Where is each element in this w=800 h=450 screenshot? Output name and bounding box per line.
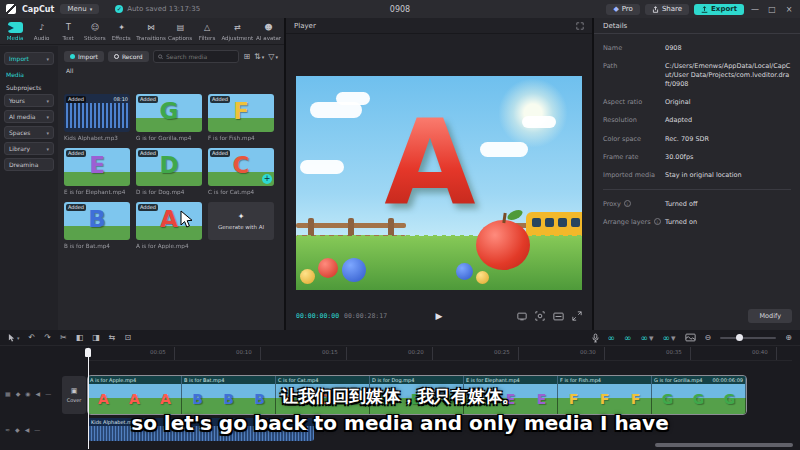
add-to-timeline-button[interactable]: + bbox=[262, 174, 272, 184]
sidebar-item-import[interactable]: Import▾ bbox=[4, 52, 54, 65]
sidebar-item-ai-media[interactable]: AI media▾ bbox=[4, 110, 54, 123]
video-preview[interactable]: A bbox=[296, 76, 582, 290]
detail-row-arrange-layers: Arrange layersiTurned on bbox=[603, 218, 791, 227]
lock-track-icon[interactable]: ◆ bbox=[16, 390, 21, 397]
waveform-track-icon[interactable]: ≈ bbox=[5, 426, 10, 433]
player-title: Player bbox=[294, 22, 316, 30]
all-filter-label[interactable]: All bbox=[66, 67, 284, 74]
sidebar-item-spaces[interactable]: Spaces▾ bbox=[4, 126, 54, 139]
ribbon-tabs: ▶Media ♪Audio TText ☺Stickers ✦Effects ⋈… bbox=[0, 18, 284, 45]
tab-text[interactable]: TText bbox=[55, 18, 82, 44]
slider-knob[interactable] bbox=[736, 334, 743, 341]
timeline-clip: F is for Fish.mp4FFF bbox=[558, 376, 652, 414]
select-tool-button[interactable]: ▾ bbox=[8, 330, 20, 346]
sidebar-item-subprojects[interactable]: Subprojects bbox=[6, 84, 52, 91]
media-item[interactable]: AddedE E is for Elephant.mp4 bbox=[64, 148, 130, 195]
cloud-graphic bbox=[522, 116, 556, 128]
share-button[interactable]: Share bbox=[645, 4, 689, 15]
tab-transitions[interactable]: ⋈Transitions bbox=[135, 18, 167, 44]
lock-track-icon[interactable]: ◆ bbox=[15, 426, 20, 433]
link-toggle[interactable]: ∞▾ bbox=[641, 333, 654, 343]
media-item-name: Kids Alphabet.mp3 bbox=[64, 134, 127, 141]
search-input[interactable] bbox=[153, 50, 240, 63]
media-item[interactable]: AddedG G is for Gorilla.mp4 bbox=[136, 94, 202, 141]
record-button[interactable]: Record bbox=[108, 51, 149, 62]
media-item[interactable]: AddedB B is for Bat.mp4 bbox=[64, 202, 130, 249]
sidebar-item-dreamina[interactable]: Dreamina bbox=[4, 158, 54, 171]
track-options-icon[interactable]: ▦ bbox=[5, 390, 11, 397]
sidebar-item-media[interactable]: Media bbox=[6, 71, 52, 78]
generate-with-ai-tile[interactable]: ✦Generate with AI bbox=[208, 202, 274, 249]
sidebar-item-library[interactable]: Library▾ bbox=[4, 142, 54, 155]
maximize-button[interactable]: □ bbox=[766, 5, 778, 14]
zoom-in-button[interactable]: ⊕ bbox=[785, 330, 792, 346]
detail-row-proxy: ProxyiTurned off bbox=[603, 200, 791, 209]
ball-graphic bbox=[342, 258, 366, 282]
detail-row-color-space: Color spaceRec. 709 SDR bbox=[603, 135, 791, 144]
sort-icon[interactable]: ⇅▾ bbox=[254, 52, 264, 61]
video-track[interactable]: A is for Apple.mp4AAA B is for Bat.mp4BB… bbox=[88, 376, 746, 414]
hide-track-icon[interactable]: ◉ bbox=[25, 390, 30, 397]
delete-left-button[interactable]: ◧ bbox=[76, 330, 84, 346]
import-button[interactable]: Import bbox=[64, 51, 104, 62]
player-expand-icon[interactable] bbox=[576, 22, 584, 30]
mute-track-icon[interactable]: ◀ bbox=[25, 426, 30, 433]
tab-media[interactable]: ▶Media bbox=[2, 18, 29, 44]
tab-adjustment[interactable]: ⇄Adjustment bbox=[220, 18, 254, 44]
media-item[interactable]: AddedF F is for Fish.mp4 bbox=[208, 94, 274, 141]
timeline-ruler[interactable]: 00:05 00:10 00:15 00:20 00:25 00:30 00:3… bbox=[88, 347, 792, 361]
media-item[interactable]: AddedC+ C is for Cat.mp4 bbox=[208, 148, 274, 195]
cover-button[interactable]: ▣ Cover bbox=[62, 376, 86, 414]
pro-button[interactable]: ◆ Pro bbox=[606, 4, 640, 15]
sidebar-item-yours[interactable]: Yours▾ bbox=[4, 94, 54, 107]
split-button[interactable]: ✂ bbox=[60, 330, 67, 346]
export-button[interactable]: Export bbox=[694, 4, 744, 15]
cover-template-icon[interactable] bbox=[685, 333, 696, 342]
audio-waveform bbox=[88, 426, 314, 441]
audio-track-clip[interactable]: Kids Alphabet.mp3 bbox=[88, 418, 314, 441]
titlebar: CapCut Menu▾ ✓ Auto saved 13:17:35 0908 … bbox=[0, 0, 800, 18]
filter-icon[interactable]: ▽▾ bbox=[268, 52, 278, 61]
timeline-zoom-slider[interactable] bbox=[720, 337, 776, 339]
delete-right-button[interactable]: ◨ bbox=[92, 330, 100, 346]
mute-track-icon[interactable]: ◀ bbox=[36, 390, 41, 397]
redo-button[interactable]: ↷ bbox=[44, 330, 51, 346]
tab-captions[interactable]: ▤Captions bbox=[167, 18, 194, 44]
tab-stickers[interactable]: ☺Stickers bbox=[82, 18, 109, 44]
preview-quality-icon[interactable] bbox=[517, 312, 527, 321]
ball-graphic bbox=[300, 269, 315, 284]
collapse-track-icon[interactable]: — bbox=[34, 426, 40, 433]
playhead[interactable] bbox=[85, 348, 91, 357]
video-track-header: ▦ ◆ ◉ ◀ — bbox=[5, 390, 57, 397]
media-item[interactable]: AddedD D is for Dog.mp4 bbox=[136, 148, 202, 195]
preview-axis-toggle[interactable]: ∞▾ bbox=[663, 333, 676, 343]
filters-icon: △ bbox=[204, 22, 210, 33]
chevron-down-icon: ▾ bbox=[46, 114, 49, 120]
fullscreen-icon[interactable] bbox=[572, 311, 582, 321]
ratio-icon[interactable] bbox=[553, 312, 564, 321]
auto-ripple-toggle[interactable]: ∞ bbox=[624, 333, 632, 343]
snapshot-icon[interactable] bbox=[535, 311, 545, 321]
crop-button[interactable]: ⊡ bbox=[124, 330, 131, 346]
play-button[interactable]: ▶ bbox=[436, 311, 443, 321]
collapse-track-icon[interactable]: — bbox=[45, 390, 51, 397]
minimize-button[interactable]: — bbox=[749, 5, 761, 14]
tab-effects[interactable]: ✦Effects bbox=[108, 18, 135, 44]
mirror-button[interactable]: ⇆ bbox=[109, 330, 116, 346]
horizontal-scrollbar[interactable] bbox=[655, 443, 793, 447]
tab-audio[interactable]: ♪Audio bbox=[29, 18, 56, 44]
grid-view-icon[interactable]: ⊞ bbox=[243, 52, 250, 61]
timeline-clip: A is for Apple.mp4AAA bbox=[88, 376, 182, 414]
divider bbox=[603, 189, 791, 190]
tab-filters[interactable]: △Filters bbox=[194, 18, 221, 44]
chevron-down-icon: ▾ bbox=[46, 56, 49, 62]
modify-button[interactable]: Modify bbox=[748, 309, 792, 323]
zoom-out-button[interactable]: ⊖ bbox=[705, 330, 712, 346]
voiceover-mic-icon[interactable] bbox=[592, 333, 599, 343]
ball-graphic bbox=[456, 263, 473, 280]
undo-button[interactable]: ↶ bbox=[29, 330, 36, 346]
magnetic-snap-toggle[interactable]: ∞ bbox=[608, 333, 616, 343]
close-button[interactable]: × bbox=[783, 5, 795, 14]
media-item-audio[interactable]: Added08:10 Kids Alphabet.mp3 bbox=[64, 94, 130, 141]
tab-ai-avatar[interactable]: ☻AI avatar bbox=[255, 18, 282, 44]
